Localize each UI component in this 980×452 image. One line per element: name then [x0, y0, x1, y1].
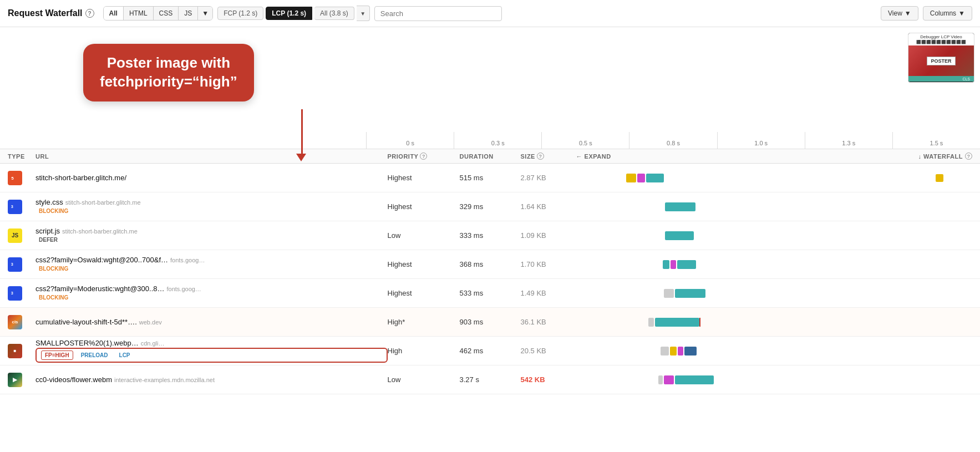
preview-card: Debugger LCP Video⬛⬛⬛⬛⬛⬛⬛⬛⬛⬛ POSTER CLS [908, 33, 974, 83]
columns-label: Columns [930, 9, 956, 17]
table-row[interactable]: 5 stitch-short-barber.glitch.me/ Highest… [0, 164, 980, 192]
duration-cell: 3.27 s [460, 375, 521, 384]
filter-all-btn[interactable]: All [104, 7, 124, 20]
bar-teal [675, 375, 714, 384]
type-cell: cls [8, 315, 35, 329]
cls-badge: CLS [961, 77, 972, 82]
bar-yellow [670, 347, 677, 355]
size-help-icon[interactable]: ? [537, 153, 544, 160]
preload-badge: PRELOAD [78, 351, 111, 359]
waterfall-cell [621, 318, 973, 327]
col-type[interactable]: TYPE [8, 153, 35, 160]
duration-cell: 368 ms [460, 260, 521, 268]
defer-badge: DEFER [35, 236, 388, 244]
all-time-filter-btn[interactable]: All (3.8 s) [314, 7, 354, 20]
type-icon-video: ▶ [8, 373, 22, 387]
preview-card-header: Debugger LCP Video⬛⬛⬛⬛⬛⬛⬛⬛⬛⬛ [908, 33, 974, 45]
tick-6: 1.5 s [892, 132, 980, 149]
tick-2: 0.5 s [541, 132, 629, 149]
table-row[interactable]: 3 css2?family=Moderustic:wght@300..8… fo… [0, 279, 980, 308]
tick-0: 0 s [366, 132, 454, 149]
fcp-filter-btn[interactable]: FCP (1.2 s) [217, 7, 263, 20]
duration-cell: 329 ms [460, 202, 521, 211]
annotation-text: Poster image withfetchpriority=“high” [100, 54, 237, 90]
time-filter-group: FCP (1.2 s) LCP (1.2 s) All (3.8 s) ▼ [217, 6, 370, 21]
type-icon-css: 3 [8, 257, 22, 272]
url-cell: style.css stitch-short-barber.glitch.me … [35, 198, 388, 215]
lcp-badge: LCP [116, 351, 134, 359]
title-help-icon[interactable]: ? [85, 9, 94, 18]
col-expand[interactable]: ← EXPAND [576, 153, 621, 160]
view-label: View [888, 9, 902, 17]
lcp-filter-btn[interactable]: LCP (1.2 s) [266, 7, 312, 20]
time-filter-dropdown[interactable]: ▼ [357, 6, 370, 21]
duration-cell: 533 ms [460, 289, 521, 297]
filter-css-btn[interactable]: CSS [154, 7, 179, 20]
waterfall-cell [621, 202, 973, 211]
priority-help-icon[interactable]: ? [420, 153, 427, 160]
svg-text:3: 3 [11, 204, 13, 209]
tick-5: 1.3 s [805, 132, 892, 149]
priority-cell: High [388, 347, 460, 355]
duration-cell: 333 ms [460, 231, 521, 240]
waterfall-cell [621, 289, 973, 298]
filter-html-btn[interactable]: HTML [124, 7, 154, 20]
url-cell: script.js stitch-short-barber.glitch.me … [35, 227, 388, 244]
priority-cell: Highest [388, 289, 460, 297]
col-duration[interactable]: DURATION [460, 153, 521, 160]
col-url[interactable]: URL [35, 153, 388, 160]
table-row[interactable]: ▶ cc0-videos/flower.webm interactive-exa… [0, 365, 980, 394]
view-button[interactable]: View ▼ [881, 6, 918, 21]
bar-teal [665, 202, 695, 211]
table-row[interactable]: ■ SMALLPOSTER%20(1).webp… cdn.gli… FP=HI… [0, 337, 980, 365]
blocking-badge: BLOCKING [35, 207, 388, 215]
type-icon-js: JS [8, 228, 22, 243]
url-cell: cc0-videos/flower.webm interactive-examp… [35, 375, 388, 384]
bar-gray [648, 318, 654, 327]
waterfall-cell [621, 375, 973, 384]
type-cell: ■ [8, 344, 35, 358]
size-cell: 20.5 KB [521, 347, 576, 355]
blocking-badge: BLOCKING [35, 293, 388, 302]
priority-cell: Highest [388, 202, 460, 211]
svg-text:5: 5 [11, 175, 14, 180]
type-cell: 3 [8, 200, 35, 214]
tick-4: 1.0 s [717, 132, 805, 149]
columns-dropdown-icon: ▼ [958, 9, 965, 17]
title-text: Request Waterfall [8, 8, 83, 18]
table-row[interactable]: cls cumulative-layout-shift-t-5d**…. web… [0, 308, 980, 337]
toolbar: Request Waterfall ? All HTML CSS JS ▼ FC… [0, 0, 980, 27]
filter-js-btn[interactable]: JS [179, 7, 198, 20]
url-cell: css2?family=Moderustic:wght@300..8… font… [35, 285, 388, 302]
filter-more-dropdown[interactable]: ▼ [198, 7, 212, 20]
marker-square [936, 174, 943, 182]
col-waterfall[interactable]: ↓ WATERFALL ? [621, 153, 973, 160]
duration-cell: 462 ms [460, 347, 521, 355]
waterfall-help-icon[interactable]: ? [965, 153, 972, 160]
url-cell: stitch-short-barber.glitch.me/ [35, 174, 388, 182]
table-row[interactable]: JS script.js stitch-short-barber.glitch.… [0, 221, 980, 250]
blocking-badge: BLOCKING [35, 265, 388, 273]
search-input[interactable] [374, 6, 502, 21]
type-cell: 5 [8, 171, 35, 185]
table-row[interactable]: 3 style.css stitch-short-barber.glitch.m… [0, 192, 980, 221]
type-icon-img: ■ [8, 344, 22, 358]
type-filter-group: All HTML CSS JS ▼ [103, 6, 214, 21]
chart-area: Poster image withfetchpriority=“high” De… [0, 27, 980, 149]
bar-gray [664, 289, 674, 298]
url-cell: css2?family=Oswald:wght@200..700&f… font… [35, 256, 388, 273]
bar-magenta [664, 375, 674, 384]
col-size[interactable]: SIZE ? [521, 153, 576, 160]
bar-magenta [671, 260, 676, 269]
bar-teal [675, 289, 705, 298]
annotation-box: Poster image withfetchpriority=“high” [83, 44, 254, 101]
bar-magenta [678, 347, 683, 355]
col-priority[interactable]: PRIORITY ? [388, 153, 460, 160]
type-cell: 3 [8, 286, 35, 301]
bar-teal [646, 174, 664, 182]
type-icon-html: 5 [8, 171, 22, 185]
table-row[interactable]: 3 css2?family=Oswald:wght@200..700&f… fo… [0, 250, 980, 279]
size-cell: 1.70 KB [521, 260, 576, 268]
columns-button[interactable]: Columns ▼ [923, 6, 972, 21]
svg-text:3: 3 [11, 291, 13, 296]
